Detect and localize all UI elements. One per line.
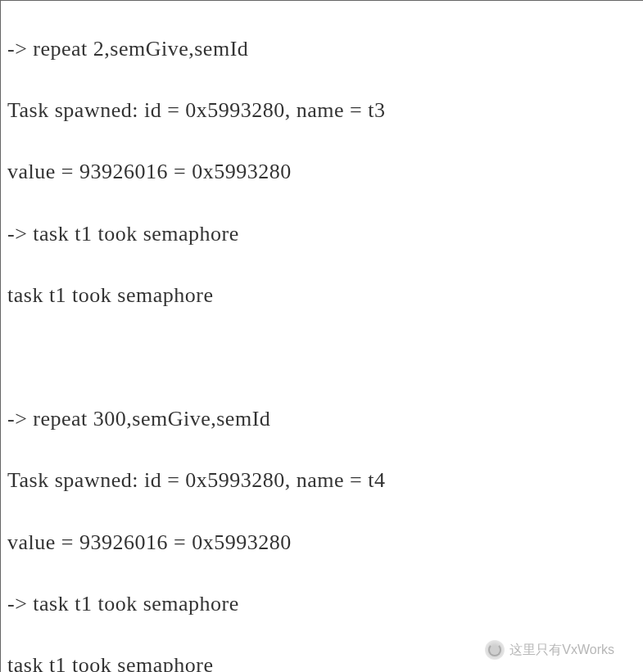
terminal-line: Task spawned: id = 0x5993280, name = t4 <box>7 465 636 496</box>
terminal-line: value = 93926016 = 0x5993280 <box>7 527 636 558</box>
prompt: -> <box>7 37 27 61</box>
terminal-line: task t1 took semaphore <box>7 280 636 311</box>
terminal-line: -> repeat 2,semGive,semId <box>7 34 636 65</box>
command-text: repeat 300,semGive,semId <box>33 407 270 431</box>
terminal-line: value = 93926016 = 0x5993280 <box>7 156 636 187</box>
watermark: 这里只有VxWorks <box>485 640 614 660</box>
prompt: -> <box>7 407 27 431</box>
command-text: repeat 2,semGive,semId <box>33 37 248 61</box>
terminal-line: -> task t1 took semaphore <box>7 589 636 620</box>
watermark-text: 这里只有VxWorks <box>509 642 614 659</box>
prompt: -> <box>7 222 27 246</box>
prompt: -> <box>7 592 27 616</box>
terminal-line: -> task t1 took semaphore <box>7 219 636 250</box>
command-text: task t1 took semaphore <box>33 222 238 246</box>
terminal-line: -> repeat 300,semGive,semId <box>7 404 636 435</box>
terminal-output: -> repeat 2,semGive,semId Task spawned: … <box>1 1 643 672</box>
wechat-icon <box>485 640 505 660</box>
terminal-line: Task spawned: id = 0x5993280, name = t3 <box>7 95 636 126</box>
blank-line <box>7 342 636 373</box>
command-text: task t1 took semaphore <box>33 592 238 616</box>
